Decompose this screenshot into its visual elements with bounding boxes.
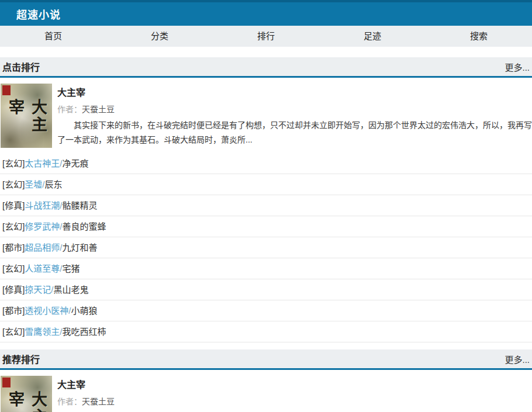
book-title-link[interactable]: 掠天记 bbox=[25, 285, 51, 295]
book-category: [修真] bbox=[2, 285, 25, 295]
book-list-item[interactable]: [玄幻]人道至尊/宅猪 bbox=[0, 258, 532, 279]
book-category: [修真] bbox=[2, 200, 25, 210]
book-title-link[interactable]: 雪鹰领主 bbox=[25, 327, 60, 337]
site-header: 超速小说 bbox=[0, 2, 532, 26]
book-author: 小萌狼 bbox=[71, 306, 98, 316]
author-line: 作者：天蚕土豆 bbox=[57, 395, 532, 407]
book-list-item[interactable]: [修真]斗战狂潮/骷髅精灵 bbox=[0, 195, 532, 216]
site-title: 超速小说 bbox=[0, 6, 61, 22]
author-name: 天蚕土豆 bbox=[82, 105, 115, 114]
click-ranking-section: 点击排行 更多... 大主宰 大主宰 作者：天蚕土豆 其实接下来的新书，在斗破完… bbox=[0, 57, 532, 342]
nav-item-home[interactable]: 首页 bbox=[0, 26, 106, 47]
nav-item-footprints[interactable]: 足迹 bbox=[319, 26, 426, 47]
book-list-item[interactable]: [都市]超品相师/九灯和善 bbox=[0, 237, 532, 258]
featured-book-title[interactable]: 大主宰 bbox=[57, 88, 85, 98]
book-author: 我吃西红柿 bbox=[63, 327, 106, 337]
seal-icon bbox=[2, 85, 11, 95]
book-list-item[interactable]: [都市]透视小医神/小萌狼 bbox=[0, 300, 532, 321]
nav-item-search[interactable]: 搜索 bbox=[426, 26, 532, 47]
main-nav: 首页 分类 排行 足迹 搜索 bbox=[0, 26, 532, 47]
book-category: [玄幻] bbox=[2, 158, 25, 168]
book-title-link[interactable]: 超品相师 bbox=[25, 243, 60, 252]
book-category: [都市] bbox=[2, 243, 25, 252]
book-author: 九灯和善 bbox=[63, 243, 98, 252]
cover-calligraphy: 大主宰 bbox=[4, 99, 50, 148]
book-author: 宅猪 bbox=[63, 264, 80, 273]
book-category: [玄幻] bbox=[2, 264, 25, 273]
main-content: 点击排行 更多... 大主宰 大主宰 作者：天蚕土豆 其实接下来的新书，在斗破完… bbox=[0, 57, 532, 412]
nav-item-ranking[interactable]: 排行 bbox=[213, 26, 319, 47]
section-title: 推荐排行 bbox=[0, 352, 40, 366]
book-title-link[interactable]: 斗战狂潮 bbox=[25, 200, 60, 210]
book-title-link[interactable]: 太古神王 bbox=[25, 158, 60, 168]
book-author: 净无痕 bbox=[63, 158, 89, 168]
book-list-item[interactable]: [玄幻]修罗武神/善良的蜜蜂 bbox=[0, 216, 532, 237]
author-line: 作者：天蚕土豆 bbox=[57, 103, 532, 115]
book-category: [玄幻] bbox=[2, 327, 25, 337]
book-list-item[interactable]: [修真]掠天记/黑山老鬼 bbox=[0, 279, 532, 300]
featured-book: 大主宰 大主宰 作者：天蚕土豆 其实接下来的新书，在斗破完结时便已经是有了构想，… bbox=[1, 376, 532, 412]
author-label: 作者： bbox=[57, 397, 82, 406]
more-link[interactable]: 更多... bbox=[505, 353, 532, 365]
book-title-link[interactable]: 透视小医神 bbox=[25, 306, 68, 316]
book-list-item[interactable]: [玄幻]雪鹰领主/我吃西红柿 bbox=[0, 321, 532, 342]
book-cover[interactable]: 大主宰 bbox=[1, 84, 52, 148]
book-category: [玄幻] bbox=[2, 221, 25, 231]
book-author: 善良的蜜蜂 bbox=[63, 221, 106, 231]
book-info: 大主宰 作者：天蚕土豆 其实接下来的新书，在斗破完结时便已经是有了构想，只不过却… bbox=[52, 84, 532, 148]
featured-book: 大主宰 大主宰 作者：天蚕土豆 其实接下来的新书，在斗破完结时便已经是有了构想，… bbox=[1, 84, 532, 148]
book-title-link[interactable]: 修罗武神 bbox=[25, 221, 60, 231]
book-list-item[interactable]: [玄幻]圣墟/辰东 bbox=[0, 174, 532, 195]
book-category: [都市] bbox=[2, 306, 25, 316]
book-cover[interactable]: 大主宰 bbox=[1, 376, 52, 412]
author-name: 天蚕土豆 bbox=[82, 397, 115, 406]
book-author: 骷髅精灵 bbox=[63, 200, 98, 210]
book-info: 大主宰 作者：天蚕土豆 其实接下来的新书，在斗破完结时便已经是有了构想，只不过却… bbox=[52, 376, 532, 412]
recommend-ranking-section: 推荐排行 更多... 大主宰 大主宰 作者：天蚕土豆 其实接下来的新书，在斗破完… bbox=[0, 349, 532, 412]
book-title-link[interactable]: 圣墟 bbox=[25, 179, 42, 189]
book-ranking-list: [玄幻]太古神王/净无痕 [玄幻]圣墟/辰东 [修真]斗战狂潮/骷髅精灵 [玄幻… bbox=[0, 153, 532, 342]
more-link[interactable]: 更多... bbox=[505, 61, 532, 73]
featured-book-title[interactable]: 大主宰 bbox=[57, 380, 85, 390]
book-description: 其实接下来的新书，在斗破完结时便已经是有了构想，只不过却并未立即开始写，因为那个… bbox=[57, 118, 532, 147]
section-header: 推荐排行 更多... bbox=[0, 349, 532, 370]
book-author: 辰东 bbox=[45, 179, 63, 189]
author-label: 作者： bbox=[57, 105, 82, 114]
book-category: [玄幻] bbox=[2, 179, 25, 189]
book-list-item[interactable]: [玄幻]太古神王/净无痕 bbox=[0, 153, 532, 174]
section-title: 点击排行 bbox=[0, 60, 40, 74]
book-title-link[interactable]: 人道至尊 bbox=[25, 264, 60, 273]
book-author: 黑山老鬼 bbox=[54, 285, 89, 295]
seal-icon bbox=[2, 378, 11, 387]
nav-item-categories[interactable]: 分类 bbox=[106, 26, 213, 47]
section-header: 点击排行 更多... bbox=[0, 57, 532, 78]
cover-calligraphy: 大主宰 bbox=[4, 391, 50, 412]
